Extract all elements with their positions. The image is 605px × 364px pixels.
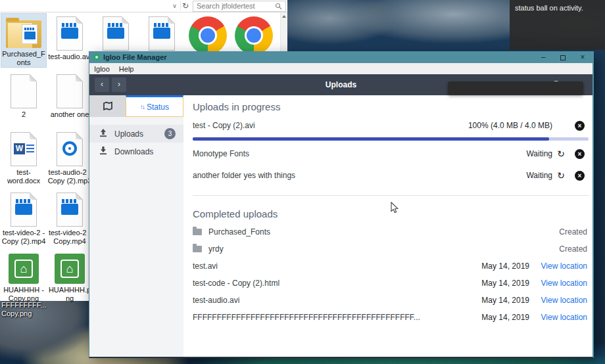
tab-status-label: Status bbox=[147, 102, 169, 112]
progress-fill bbox=[193, 137, 549, 141]
desktop-icon[interactable]: HUAHHHH - Copy.png bbox=[1, 248, 46, 303]
audio-file-icon bbox=[57, 132, 83, 166]
completed-name: test-audio.avi bbox=[193, 296, 472, 305]
completed-row: test.aviMay 14, 2019View location bbox=[193, 258, 589, 275]
igloo-window: Igloo File Manager – × Igloo Help ‹ › Up… bbox=[89, 51, 594, 358]
close-button[interactable]: × bbox=[573, 51, 593, 63]
search-icon bbox=[275, 3, 282, 10]
desktop-icon[interactable]: test-video-2 - Copy (2).mp4 bbox=[1, 190, 46, 246]
video-file-icon bbox=[57, 16, 83, 51]
search-input[interactable]: Search jtfoldertest bbox=[193, 1, 286, 12]
view-location-link[interactable]: View location bbox=[529, 296, 587, 305]
window-title: Igloo File Manager bbox=[103, 53, 533, 61]
completed-row: FFFFFFFFFFFFFFFFFFFFFFFFFFFFFFFFFFFFFFFF… bbox=[193, 309, 589, 326]
upload-row: Monotype FontsWaiting↻× bbox=[193, 145, 589, 162]
desktop-icon[interactable]: test-video-2 - Copy.mp4 bbox=[47, 190, 92, 246]
desktop-icon[interactable]: another one bbox=[47, 72, 92, 119]
sidebar: ↑↓ Status Uploads3Downloads bbox=[89, 95, 183, 357]
status-tooltip: status ball on activity. bbox=[510, 0, 605, 50]
desktop-icon-label: HUAHHHH - Copy.png bbox=[1, 286, 46, 303]
igloo-titlebar[interactable]: Igloo File Manager – × bbox=[89, 51, 593, 63]
map-icon bbox=[103, 101, 113, 111]
film-clapper-icon bbox=[108, 23, 124, 27]
popup-overlay bbox=[448, 81, 583, 95]
upload-date: May 14, 2019 bbox=[478, 262, 529, 271]
completed-row: test-code - Copy (2).htmlMay 14, 2019Vie… bbox=[193, 275, 589, 292]
chrome-icon bbox=[235, 16, 273, 55]
completed-row: test-audio.aviMay 14, 2019View location bbox=[193, 292, 589, 309]
blank-file-icon bbox=[11, 74, 37, 108]
desktop-icon-label: test-video-2 - Copy.mp4 bbox=[47, 229, 92, 246]
sidebar-item-label: Downloads bbox=[114, 147, 176, 156]
menu-help[interactable]: Help bbox=[114, 65, 139, 73]
created-label: Created bbox=[559, 244, 587, 254]
upload-status: 100% (4.0 MB / 4.0 MB) bbox=[468, 121, 552, 130]
folder-icon bbox=[193, 229, 202, 235]
desktop-icon[interactable]: Wtest-word.docx bbox=[1, 129, 46, 185]
upload-date: May 14, 2019 bbox=[478, 313, 529, 322]
desktop-icon-label: test-audio.avi bbox=[48, 53, 91, 61]
desktop-icon-label: test-audio-2 - Copy (2).mp3 bbox=[47, 168, 92, 185]
desktop-icon[interactable]: test-audio.avi bbox=[47, 14, 92, 67]
chevron-down-icon[interactable]: ∨ bbox=[169, 3, 180, 9]
desktop-icon-label: test-word.docx bbox=[1, 168, 46, 185]
sidebar-item-downloads[interactable]: Downloads bbox=[89, 143, 183, 160]
upload-date: May 14, 2019 bbox=[478, 279, 529, 288]
upload-row: test - Copy (2).avi100% (4.0 MB / 4.0 MB… bbox=[193, 117, 589, 134]
completed-name: test.avi bbox=[193, 262, 472, 271]
address-bar[interactable]: ∨ ↻ bbox=[0, 0, 193, 12]
film-clapper-icon bbox=[154, 23, 170, 27]
tab-status[interactable]: ↑↓ Status bbox=[126, 95, 183, 117]
upload-status: Waiting bbox=[526, 171, 552, 180]
film-clapper-icon bbox=[62, 23, 78, 27]
completed-name: test-code - Copy (2).html bbox=[193, 279, 472, 288]
desktop-icon[interactable]: Purchased_Fonts bbox=[1, 14, 46, 67]
main-content: Uploads in progress test - Copy (2).avi1… bbox=[183, 95, 593, 357]
upload-name: another folder yes with things bbox=[193, 171, 526, 180]
cancel-button[interactable]: × bbox=[575, 149, 585, 159]
video-file-icon bbox=[103, 16, 129, 51]
section-heading-in-progress: Uploads in progress bbox=[193, 101, 589, 112]
menu-igloo[interactable]: Igloo bbox=[89, 65, 114, 73]
count-badge: 3 bbox=[164, 128, 176, 139]
desktop-icon-label: 2 bbox=[22, 110, 26, 119]
folder-icon bbox=[6, 20, 41, 48]
cancel-button[interactable]: × bbox=[575, 121, 585, 131]
retry-icon[interactable]: ↻ bbox=[557, 170, 565, 181]
blank-file-icon bbox=[57, 74, 83, 108]
sidebar-item-label: Uploads bbox=[114, 129, 164, 139]
upload-name: test - Copy (2).avi bbox=[193, 121, 468, 130]
completed-name: Purchased_Fonts bbox=[208, 227, 552, 237]
refresh-icon[interactable]: ↻ bbox=[180, 1, 193, 11]
minimize-button[interactable]: – bbox=[533, 51, 553, 63]
desktop-icon-label[interactable]: FFFFFFFFF... Copy.png bbox=[1, 301, 60, 318]
desktop-icon[interactable]: HUAHHHH.png bbox=[47, 248, 92, 303]
tab-files[interactable] bbox=[89, 95, 126, 117]
maximize-button[interactable] bbox=[553, 51, 573, 63]
search-placeholder: Search jtfoldertest bbox=[197, 2, 275, 10]
sidebar-item-uploads[interactable]: Uploads3 bbox=[89, 125, 183, 143]
desktop-icon[interactable]: 2 bbox=[1, 72, 46, 119]
completed-name: FFFFFFFFFFFFFFFFFFFFFFFFFFFFFFFFFFFFFFFF… bbox=[193, 313, 472, 322]
retry-icon[interactable]: ↻ bbox=[557, 148, 565, 159]
view-location-link[interactable]: View location bbox=[529, 279, 587, 288]
view-location-link[interactable]: View location bbox=[529, 313, 587, 322]
divider bbox=[193, 195, 589, 196]
created-label: Created bbox=[559, 227, 587, 237]
desktop-icon-label: Purchased_Fonts bbox=[1, 50, 46, 67]
cancel-button[interactable]: × bbox=[575, 171, 585, 181]
chrome-icon bbox=[189, 16, 227, 55]
completed-row: Purchased_FontsCreated bbox=[193, 223, 589, 240]
explorer-icon-row: 2another one bbox=[1, 72, 93, 119]
folder-icon bbox=[193, 246, 202, 252]
sort-icon: ↑↓ bbox=[140, 103, 144, 110]
progress-bar bbox=[193, 137, 589, 141]
completed-name: yrdy bbox=[208, 244, 552, 254]
desktop-icon[interactable]: test-audio-2 - Copy (2).mp3 bbox=[47, 129, 92, 185]
view-location-link[interactable]: View location bbox=[529, 262, 587, 271]
upload-icon bbox=[98, 127, 109, 141]
maximize-icon bbox=[560, 55, 566, 60]
video-file-icon bbox=[149, 16, 175, 51]
scroll-up-icon[interactable] bbox=[282, 15, 286, 18]
explorer-icon-row: Wtest-word.docxtest-audio-2 - Copy (2).m… bbox=[1, 129, 93, 185]
